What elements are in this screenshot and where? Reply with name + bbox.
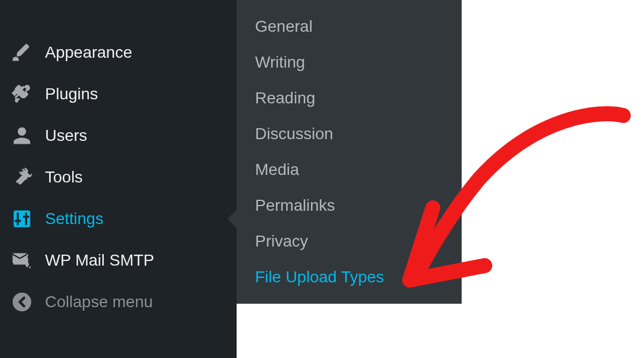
submenu-item-general[interactable]: General <box>237 9 462 44</box>
submenu-item-privacy[interactable]: Privacy <box>237 223 462 259</box>
collapse-menu-button[interactable]: Collapse menu <box>0 281 237 323</box>
sidebar-item-wp-mail-smtp[interactable]: WP Mail SMTP <box>0 240 237 281</box>
plug-icon <box>12 84 32 105</box>
svg-point-8 <box>13 293 31 311</box>
mail-icon <box>12 250 32 271</box>
sidebar-item-label: Plugins <box>45 85 98 103</box>
sidebar-item-settings[interactable]: Settings <box>0 198 237 240</box>
collapse-label: Collapse menu <box>45 293 153 311</box>
sidebar-item-tools[interactable]: Tools <box>0 156 237 198</box>
sidebar-item-appearance[interactable]: Appearance <box>0 32 237 73</box>
sidebar-item-label: Appearance <box>45 43 132 62</box>
sidebar-item-label: Tools <box>45 168 83 187</box>
submenu-item-discussion[interactable]: Discussion <box>237 116 462 152</box>
wrench-icon <box>12 167 32 188</box>
sidebar-item-plugins[interactable]: Plugins <box>0 73 237 115</box>
submenu-item-media[interactable]: Media <box>237 152 462 188</box>
svg-rect-4 <box>25 218 27 225</box>
settings-submenu: General Writing Reading Discussion Media… <box>237 0 462 304</box>
submenu-item-file-upload-types[interactable]: File Upload Types <box>237 259 462 295</box>
svg-rect-1 <box>17 212 19 220</box>
submenu-item-reading[interactable]: Reading <box>237 80 462 116</box>
sidebar-item-label: Users <box>45 126 87 145</box>
svg-rect-6 <box>23 216 29 218</box>
svg-rect-2 <box>17 222 19 225</box>
submenu-item-permalinks[interactable]: Permalinks <box>237 188 462 223</box>
svg-rect-5 <box>25 212 27 215</box>
submenu-item-writing[interactable]: Writing <box>237 44 462 80</box>
svg-rect-3 <box>14 220 21 222</box>
sidebar-item-label: WP Mail SMTP <box>45 251 154 270</box>
svg-rect-0 <box>14 211 31 228</box>
sidebar-item-label: Settings <box>45 210 103 228</box>
paintbrush-icon <box>12 42 32 63</box>
collapse-icon <box>12 292 32 312</box>
user-icon <box>12 125 32 146</box>
sliders-icon <box>12 208 32 229</box>
sidebar-item-users[interactable]: Users <box>0 115 237 156</box>
admin-sidebar: Appearance Plugins Users Tools Settings … <box>0 0 237 358</box>
